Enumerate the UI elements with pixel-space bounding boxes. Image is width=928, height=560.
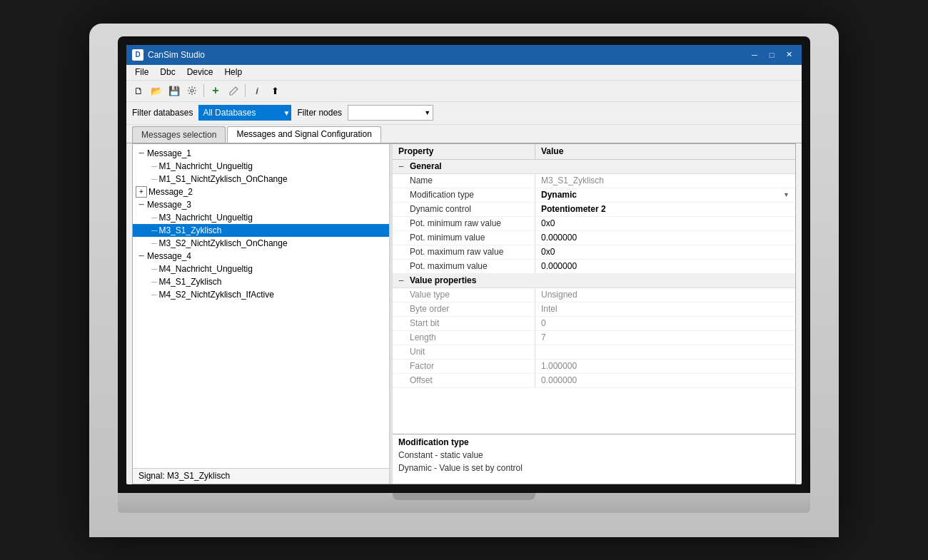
title-bar-controls: ─ □ ✕: [747, 49, 796, 61]
toolbar-upload-button[interactable]: ⬆: [267, 83, 283, 98]
tree-item-message2[interactable]: + Message_2: [133, 185, 389, 198]
toolbar-separator-2: [245, 84, 246, 97]
modification-type-dropdown-arrow[interactable]: ▼: [783, 191, 790, 198]
description-line-2: Dynamic - Value is set by control: [398, 462, 790, 474]
prop-row-factor: Factor 1.000000: [393, 360, 795, 374]
tree-label-m3-s1: M3_S1_Zyklisch: [159, 225, 222, 235]
app-window: D CanSim Studio ─ □ ✕ File Dbc Device He…: [126, 45, 802, 484]
close-button[interactable]: ✕: [782, 49, 796, 61]
tree-item-m4-s1[interactable]: ─ M4_S1_Zyklisch: [133, 275, 389, 288]
menu-dbc[interactable]: Dbc: [154, 66, 181, 78]
tree-item-m4-s2[interactable]: ─ M4_S2_NichtZyklisch_IfActive: [133, 288, 389, 301]
tabs-bar: Messages selection Messages and Signal C…: [126, 125, 802, 143]
value-col-header: Value: [535, 144, 795, 159]
section-value-properties-label: Value properties: [410, 275, 476, 285]
prop-name-modification-type: Modification type: [393, 188, 535, 202]
prop-row-unit: Unit: [393, 345, 795, 360]
prop-row-pot-min-value[interactable]: Pot. minimum value 0.000000: [393, 231, 795, 245]
section-general-toggle[interactable]: ─: [395, 161, 407, 172]
app-title: CanSim Studio: [148, 50, 747, 60]
filter-nodes-select[interactable]: [348, 105, 433, 121]
tree-item-m1-s1[interactable]: ─ M1_S1_NichtZyklisch_OnChange: [133, 173, 389, 185]
expand-message3[interactable]: ─: [136, 199, 147, 210]
prop-name-start-bit: Start bit: [393, 317, 535, 330]
prop-name-offset: Offset: [393, 374, 535, 387]
prop-value-pot-min-raw[interactable]: 0x0: [535, 217, 795, 230]
expand-message4[interactable]: ─: [136, 250, 147, 262]
prop-value-pot-max-raw[interactable]: 0x0: [535, 245, 795, 259]
tree-label-m1-nachricht: M1_Nachricht_Ungueltig: [159, 161, 253, 171]
prop-row-start-bit: Start bit 0: [393, 317, 795, 331]
filter-databases-wrapper: All Databases ▼: [198, 105, 291, 121]
title-bar: D CanSim Studio ─ □ ✕: [126, 45, 802, 65]
prop-row-modification-type[interactable]: Modification type Dynamic ▼: [393, 188, 795, 203]
toolbar-info-button[interactable]: i: [249, 83, 265, 98]
filter-databases-select[interactable]: All Databases: [198, 105, 291, 121]
prop-row-value-type: Value type Unsigned: [393, 288, 795, 302]
tree-item-m3-s2[interactable]: ─ M3_S2_NichtZyklisch_OnChange: [133, 237, 389, 250]
toolbar: 🗋 📂 💾 +: [126, 81, 802, 102]
prop-value-factor: 1.000000: [535, 360, 795, 373]
prop-name-dynamic-control: Dynamic control: [393, 203, 535, 216]
prop-name-byte-order: Byte order: [393, 302, 535, 316]
expand-message2[interactable]: +: [136, 186, 147, 198]
prop-value-pot-max-value[interactable]: 0.000000: [535, 260, 795, 273]
tab-messages-selection[interactable]: Messages selection: [132, 126, 226, 143]
prop-name-value-type: Value type: [393, 288, 535, 302]
prop-row-length: Length 7: [393, 331, 795, 345]
toolbar-open-button[interactable]: 📂: [148, 83, 164, 98]
section-value-properties-toggle[interactable]: ─: [395, 275, 407, 286]
expand-message1[interactable]: ─: [136, 148, 147, 159]
tree-item-m3-nachricht[interactable]: ─ M3_Nachricht_Ungueltig: [133, 211, 389, 224]
toolbar-settings-button[interactable]: [184, 83, 200, 98]
prop-value-length: 7: [535, 331, 795, 345]
maximize-button[interactable]: □: [765, 49, 779, 61]
section-general-label: General: [410, 161, 442, 171]
prop-row-pot-max-value[interactable]: Pot. maximum value 0.000000: [393, 260, 795, 274]
prop-value-byte-order: Intel: [535, 302, 795, 316]
description-box: Modification type Constant - static valu…: [393, 434, 795, 484]
description-title: Modification type: [398, 437, 790, 447]
prop-value-dynamic-control[interactable]: Potentiometer 2: [535, 203, 795, 216]
section-general-header[interactable]: ─ General: [393, 160, 795, 174]
toolbar-new-button[interactable]: 🗋: [131, 83, 146, 98]
menu-device[interactable]: Device: [181, 66, 219, 78]
prop-row-dynamic-control[interactable]: Dynamic control Potentiometer 2: [393, 203, 795, 217]
minimize-button[interactable]: ─: [747, 49, 762, 61]
menu-help[interactable]: Help: [218, 66, 248, 78]
menu-file[interactable]: File: [129, 66, 154, 78]
prop-value-unit: [535, 345, 795, 359]
prop-name-unit: Unit: [393, 345, 535, 359]
toolbar-save-button[interactable]: 💾: [166, 83, 182, 98]
laptop-screen: D CanSim Studio ─ □ ✕ File Dbc Device He…: [126, 45, 802, 484]
toolbar-edit-button[interactable]: [226, 83, 241, 98]
tree-label-m3-nachricht: M3_Nachricht_Ungueltig: [159, 213, 253, 223]
prop-row-byte-order: Byte order Intel: [393, 302, 795, 317]
prop-value-name: M3_S1_Zyklisch: [535, 174, 795, 188]
status-text: Signal: M3_S1_Zyklisch: [138, 471, 230, 481]
prop-name-factor: Factor: [393, 360, 535, 373]
prop-row-pot-max-raw[interactable]: Pot. maximum raw value 0x0: [393, 245, 795, 260]
svg-point-0: [191, 89, 193, 92]
tree-item-m1-nachricht[interactable]: ─ M1_Nachricht_Ungueltig: [133, 160, 389, 173]
tree-item-message1[interactable]: ─ Message_1: [133, 147, 389, 160]
tree-item-m3-s1[interactable]: ─ M3_S1_Zyklisch: [133, 224, 389, 237]
filter-nodes-wrapper: ▼: [348, 105, 433, 121]
prop-value-modification-type[interactable]: Dynamic ▼: [535, 188, 795, 202]
laptop-outer: D CanSim Studio ─ □ ✕ File Dbc Device He…: [89, 24, 839, 537]
prop-name-pot-min-raw: Pot. minimum raw value: [393, 217, 535, 230]
tab-messages-signal-config[interactable]: Messages and Signal Configuration: [227, 126, 380, 143]
prop-value-pot-min-value[interactable]: 0.000000: [535, 231, 795, 245]
tree-item-m4-nachricht[interactable]: ─ M4_Nachricht_Ungueltig: [133, 263, 389, 275]
toolbar-add-button[interactable]: +: [208, 83, 223, 98]
tree-label-m4-s2: M4_S2_NichtZyklisch_IfActive: [159, 290, 274, 300]
prop-row-pot-min-raw[interactable]: Pot. minimum raw value 0x0: [393, 217, 795, 231]
status-bar: Signal: M3_S1_Zyklisch: [133, 468, 389, 484]
tree-item-message3[interactable]: ─ Message_3: [133, 198, 389, 211]
prop-name-pot-max-raw: Pot. maximum raw value: [393, 245, 535, 259]
prop-name-length: Length: [393, 331, 535, 345]
property-table-content: ─ General Name M3_S1_Zyklisch: [393, 160, 795, 434]
prop-value-offset: 0.000000: [535, 374, 795, 387]
tree-item-message4[interactable]: ─ Message_4: [133, 250, 389, 263]
section-value-properties-header[interactable]: ─ Value properties: [393, 274, 795, 288]
